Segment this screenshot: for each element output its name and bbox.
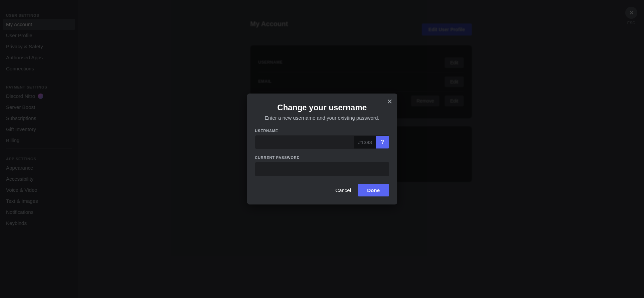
change-username-modal: ✕ Change your username Enter a new usern… xyxy=(247,94,397,204)
modal-done-button[interactable]: Done xyxy=(358,184,389,196)
discriminator-box: #1383 xyxy=(354,136,376,148)
modal-title: Change your username xyxy=(255,103,389,112)
modal-close-button[interactable]: ✕ xyxy=(387,98,393,105)
password-field-label: CURRENT PASSWORD xyxy=(255,156,389,160)
modal-actions: Cancel Done xyxy=(255,184,389,196)
username-input[interactable] xyxy=(255,136,354,148)
modal-overlay: ✕ Change your username Enter a new usern… xyxy=(0,0,644,298)
modal-subtitle: Enter a new username and your existing p… xyxy=(255,115,389,121)
username-field-label: USERNAME xyxy=(255,129,389,133)
modal-cancel-button[interactable]: Cancel xyxy=(333,184,354,196)
current-password-input[interactable] xyxy=(255,162,389,176)
help-button[interactable]: ? xyxy=(376,136,389,148)
username-input-wrapper: #1383 ? xyxy=(255,135,389,149)
